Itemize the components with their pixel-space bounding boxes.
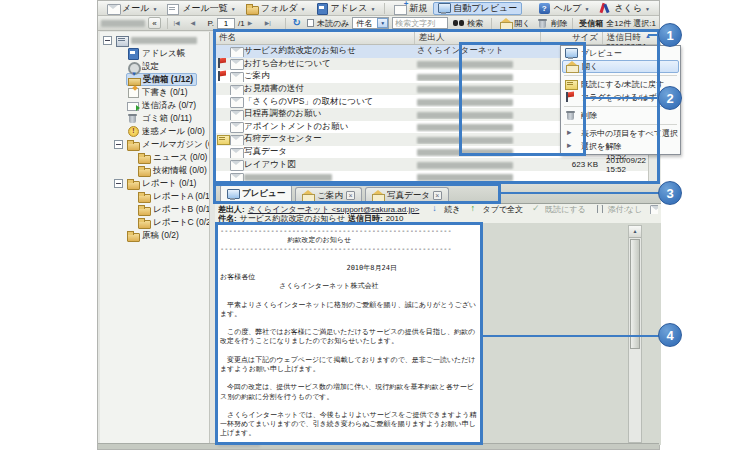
- context-menu-item[interactable]: 表示中の項目をすべて選択: [562, 127, 679, 140]
- column-header-size[interactable]: サイズ: [541, 31, 603, 44]
- mail-sender-cell: [415, 84, 541, 94]
- message-action-button[interactable]: タブで全文: [469, 205, 524, 214]
- search-input[interactable]: [392, 17, 448, 29]
- brand-menu-button[interactable]: さくら: [595, 2, 654, 15]
- scroll-up-icon[interactable]: ▲: [629, 226, 641, 238]
- mail-sender-cell: [415, 97, 541, 107]
- sidebar-folder-item[interactable]: 設定: [100, 60, 209, 73]
- preview-tab[interactable]: ご案内 ×: [295, 187, 362, 203]
- sidebar-folder-item[interactable]: 受信箱 (1/12): [100, 73, 209, 86]
- tree-expander-icon[interactable]: [114, 140, 123, 149]
- preview-tab[interactable]: 写真データ ×: [365, 187, 449, 203]
- date-label: 送信日時:: [348, 214, 383, 223]
- mail-sender-cell: [415, 71, 541, 81]
- mail-subject-cell: お打ち合わせについて: [215, 58, 415, 70]
- flag-icon: [217, 58, 228, 69]
- context-menu-item[interactable]: 選択を解除: [562, 140, 679, 153]
- toolbar-menu-button[interactable]: アドレス: [312, 2, 380, 15]
- maillist-icon: [167, 3, 179, 14]
- next-page-icon[interactable]: [248, 19, 262, 30]
- sidebar-folder-item[interactable]: 迷惑メール (0/0): [100, 125, 209, 138]
- sidebar-folder-item[interactable]: [100, 34, 209, 47]
- toolbar-separator: [384, 3, 385, 14]
- refresh-icon[interactable]: [292, 18, 304, 29]
- flag-icon: [217, 71, 228, 82]
- addressbook-icon: [127, 48, 139, 59]
- mail-sender-cell: さくらインターネット: [415, 45, 541, 57]
- check-icon: [531, 205, 543, 214]
- body-scrollbar[interactable]: ▲: [628, 225, 642, 443]
- mail-subject-cell: ご案内: [215, 70, 415, 82]
- context-menu-separator: [564, 75, 677, 76]
- envelope-icon: [230, 147, 242, 158]
- message-action-button[interactable]: 既読にする: [531, 205, 586, 214]
- message-action-button[interactable]: 添付:なし: [594, 205, 643, 214]
- context-menu-item[interactable]: 開く: [562, 60, 679, 73]
- callout-number-1: 1: [658, 23, 682, 47]
- context-menu-separator: [564, 106, 677, 107]
- autopreview-toggle-button[interactable]: 自動プレビュー: [433, 2, 522, 15]
- help-menu-button[interactable]: ヘルプ: [535, 2, 594, 15]
- sender-redacted: [417, 61, 513, 68]
- folder-icon: [127, 230, 139, 241]
- collapse-sidebar-button[interactable]: «: [148, 17, 160, 29]
- callout-number-4: 4: [658, 323, 682, 347]
- mail-list-row[interactable]: [215, 171, 661, 184]
- toolbar-menu-button[interactable]: メール: [103, 2, 161, 15]
- tree-expander-icon[interactable]: [114, 179, 123, 188]
- sidebar-folder-item[interactable]: 下書き (0/1): [100, 86, 209, 99]
- mail-sender-cell: [415, 147, 541, 157]
- account-name-redacted[interactable]: [101, 20, 145, 27]
- sidebar-folder-item[interactable]: メールマガジン (0/2): [100, 138, 209, 151]
- preview-tab[interactable]: プレビュー ×: [220, 184, 292, 203]
- sidebar-folder-item[interactable]: 送信済み (0/7): [100, 99, 209, 112]
- column-header-subject[interactable]: 件名: [215, 31, 415, 44]
- from-label: 差出人:: [218, 205, 245, 214]
- sidebar-folder-item[interactable]: 原稿 (0/2): [100, 229, 209, 242]
- prev-page-icon[interactable]: [191, 19, 205, 30]
- new-mail-button[interactable]: 新規: [390, 2, 431, 15]
- message-action-button[interactable]: 続き: [430, 205, 460, 214]
- mail-sender-cell: [415, 172, 541, 182]
- sidebar-folder-item[interactable]: レポート (0/1): [100, 177, 209, 190]
- toolbar-menu-button[interactable]: メール一覧: [163, 2, 239, 15]
- sidebar-folder-item[interactable]: レポートA (0/1): [100, 190, 209, 203]
- preview-tabbar: プレビュー × ご案内 × 写真データ ×: [215, 184, 661, 204]
- mail-subject-cell: お見積書の送付: [215, 83, 415, 95]
- message-action-button[interactable]: このメール: [650, 205, 658, 214]
- sidebar-folder-item[interactable]: アドレス帳: [100, 47, 209, 60]
- tab-close-icon[interactable]: ×: [433, 191, 442, 200]
- select-arrow-icon[interactable]: ▼: [377, 18, 388, 28]
- page-total-label: /1: [238, 19, 245, 28]
- scrollbar-thumb[interactable]: [630, 239, 640, 349]
- mail-list-row[interactable]: レイアウト図 623 KB 2010/09/22 15:52: [215, 158, 661, 171]
- first-page-icon[interactable]: [174, 19, 188, 30]
- open-button[interactable]: 開く: [498, 17, 532, 29]
- help-icon: [539, 3, 551, 14]
- envelope-icon: [230, 71, 242, 82]
- message-body-pane: ----------------------------------------…: [215, 223, 661, 445]
- mail-subject-cell: レイアウト図: [215, 159, 415, 171]
- page-number-input[interactable]: [217, 18, 235, 29]
- drafts-icon: [127, 87, 139, 98]
- tree-expander-icon[interactable]: [103, 36, 112, 45]
- sidebar-folder-item[interactable]: レポートC (0/2): [100, 216, 209, 229]
- tab-close-icon[interactable]: ×: [346, 191, 355, 200]
- from-address-link[interactable]: さくらインターネット <support@sakura.ad.jp>: [248, 205, 420, 214]
- dropdown-caret-icon: [301, 3, 306, 13]
- search-field-select[interactable]: 件名 ▼: [352, 17, 389, 29]
- search-button[interactable]: 検索: [451, 17, 485, 29]
- sidebar-folder-item[interactable]: レポートB (0/1): [100, 203, 209, 216]
- trash-icon: [537, 18, 549, 29]
- sidebar-folder-item[interactable]: 技術情報 (0/0): [100, 164, 209, 177]
- toolbar-menu-button[interactable]: フォルダ: [242, 2, 310, 15]
- sidebar-folder-item[interactable]: ゴミ箱 (0/11): [100, 112, 209, 125]
- context-menu-item[interactable]: プレビュー: [562, 47, 679, 60]
- mail-sender-cell: [415, 160, 541, 170]
- delete-button[interactable]: 削除: [535, 17, 569, 29]
- column-header-sender[interactable]: 差出人: [415, 31, 541, 44]
- context-menu-item[interactable]: 削除: [562, 109, 679, 122]
- sidebar-folder-item[interactable]: ニュース (0/0): [100, 151, 209, 164]
- unread-only-checkbox[interactable]: [307, 19, 314, 27]
- last-page-icon[interactable]: [265, 19, 279, 30]
